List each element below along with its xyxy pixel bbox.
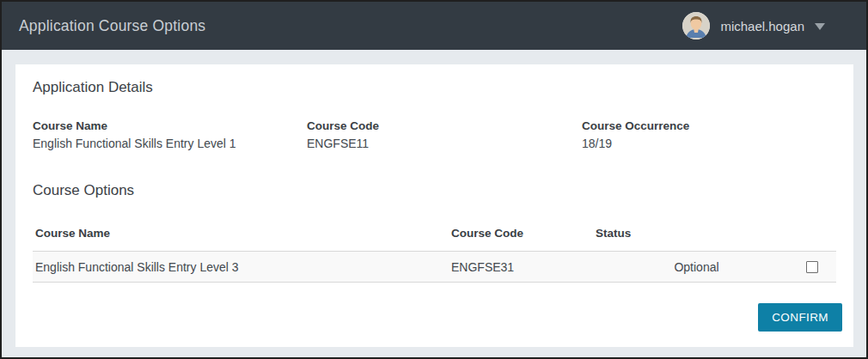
actions-bar: CONFIRM: [33, 303, 842, 332]
user-avatar: [682, 12, 710, 40]
confirm-button[interactable]: CONFIRM: [758, 303, 842, 332]
cell-status: Optional: [596, 260, 798, 274]
chevron-down-icon: [815, 23, 825, 30]
column-header-status: Status: [596, 227, 798, 240]
section-heading-application-details: Application Details: [33, 64, 836, 96]
section-heading-course-options: Course Options: [33, 182, 836, 199]
user-menu[interactable]: michael.hogan: [682, 12, 825, 40]
field-label: Course Name: [33, 119, 307, 132]
field-course-name: Course Name English Functional Skills En…: [33, 119, 307, 150]
options-table: Course Name Course Code Status English F…: [33, 223, 836, 283]
cell-select: [798, 261, 836, 273]
page-title: Application Course Options: [19, 17, 205, 35]
page-header: Application Course Options michael.hogan: [2, 2, 866, 50]
column-header-course-name: Course Name: [35, 227, 451, 240]
cell-course-name: English Functional Skills Entry Level 3: [35, 260, 451, 274]
content-card: Application Details Course Name English …: [15, 64, 853, 347]
cell-course-code: ENGFSE31: [451, 260, 596, 274]
field-label: Course Occurrence: [582, 119, 836, 132]
table-header-row: Course Name Course Code Status: [33, 223, 836, 252]
field-value: English Functional Skills Entry Level 1: [33, 137, 307, 150]
field-value: ENGFSE11: [307, 137, 582, 150]
field-course-occurrence: Course Occurrence 18/19: [582, 119, 836, 150]
user-name: michael.hogan: [720, 19, 804, 33]
field-label: Course Code: [307, 119, 582, 132]
field-value: 18/19: [582, 137, 836, 150]
table-row: English Functional Skills Entry Level 3 …: [33, 252, 836, 283]
row-checkbox[interactable]: [806, 261, 818, 273]
field-course-code: Course Code ENGFSE11: [307, 119, 582, 150]
application-details-fields: Course Name English Functional Skills En…: [33, 119, 836, 150]
column-header-course-code: Course Code: [451, 227, 596, 240]
